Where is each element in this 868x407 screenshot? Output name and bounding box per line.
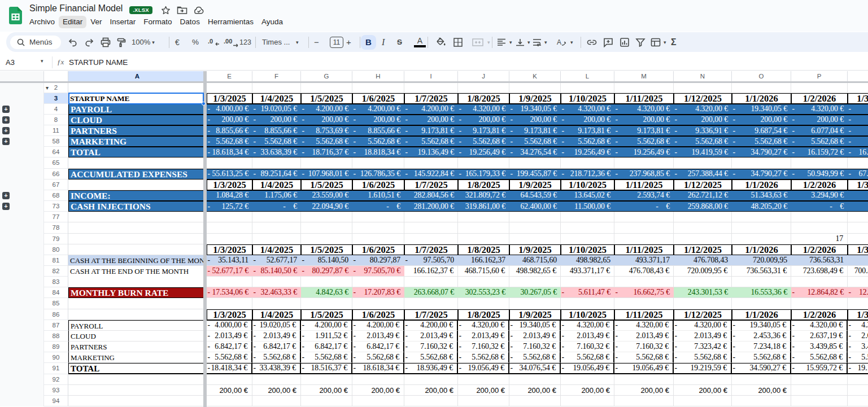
svg-text:A: A — [557, 38, 561, 46]
svg-text:.00: .00 — [224, 38, 232, 45]
svg-text:.0: .0 — [208, 38, 213, 45]
